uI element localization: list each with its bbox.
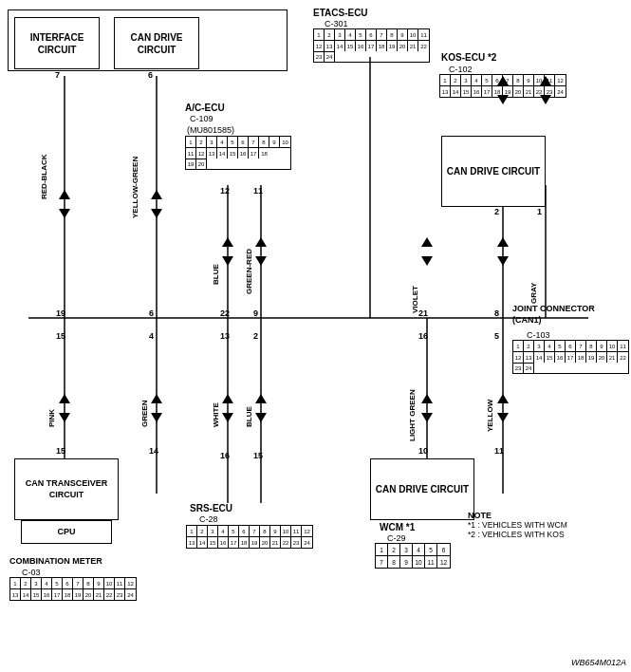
- num-11: 11: [494, 446, 504, 456]
- num-2-srs: 2: [253, 331, 258, 341]
- num-22: 22: [220, 308, 230, 318]
- ac-code: C-109: [190, 114, 213, 123]
- num-16-srs: 16: [220, 451, 230, 460]
- num-7: 7: [55, 70, 60, 80]
- kos-code: C-102: [449, 65, 473, 74]
- svg-marker-26: [59, 413, 70, 422]
- num-12: 12: [220, 186, 230, 196]
- note-section: NOTE *1 : VEHICLES WITH WCM *2 : VEHICLE…: [468, 511, 567, 539]
- num-6-top: 6: [148, 70, 153, 80]
- svg-marker-32: [255, 413, 267, 422]
- num-13: 13: [220, 331, 230, 341]
- svg-marker-18: [222, 256, 233, 266]
- num-8: 8: [494, 308, 499, 318]
- svg-marker-24: [497, 256, 509, 266]
- svg-marker-21: [255, 237, 267, 247]
- svg-marker-29: [151, 394, 162, 403]
- pink-label: PINK: [47, 361, 56, 427]
- svg-marker-37: [497, 394, 509, 403]
- diagram-container: ETACS-ECU C-301 1 2 3 4 5 6 7 8 9 10 11 …: [0, 0, 631, 672]
- svg-marker-16: [151, 209, 162, 218]
- yellow-label: YELLOW: [486, 361, 494, 432]
- green-label: GREEN: [140, 361, 149, 427]
- svg-marker-20: [255, 256, 267, 266]
- svg-marker-19: [222, 237, 233, 247]
- green-red-label: GREEN-RED: [245, 214, 253, 294]
- ac-ecu-label: A/C-ECU: [185, 103, 225, 113]
- light-green-label: LIGHT GREEN: [408, 361, 417, 441]
- wcm-code: C-29: [387, 533, 406, 543]
- num-4: 4: [149, 331, 154, 341]
- num-21: 21: [418, 308, 428, 318]
- srs-label: SRS-ECU: [190, 503, 232, 513]
- joint-label: JOINT CONNECTOR(CAN1): [512, 304, 595, 326]
- combo-connector: 1 2 3 4 5 6 7 8 9 10 11 12 13 14 15 16 1…: [9, 577, 137, 601]
- etacs-label: ETACS-ECU: [313, 8, 368, 18]
- joint-code: C-103: [527, 330, 550, 340]
- can-drive-right-box: CAN DRIVE CIRCUIT: [441, 136, 546, 207]
- svg-marker-15: [59, 190, 70, 199]
- blue2-label: BLUE: [245, 361, 253, 427]
- combo-code: C-03: [22, 568, 41, 577]
- srs-code: C-28: [199, 514, 218, 524]
- violet-label: VIOLET: [411, 228, 419, 313]
- num-11: 11: [253, 186, 263, 196]
- yellow-green-label: YELLOW-GREEN: [131, 104, 139, 218]
- svg-marker-28: [151, 413, 162, 422]
- svg-marker-30: [222, 413, 233, 422]
- svg-marker-33: [255, 394, 267, 403]
- white-label: WHITE: [212, 361, 220, 427]
- kos-connector: 1 2 3 4 5 6 7 8 9 10 11 12 13 14 15 16 1…: [439, 74, 566, 98]
- num-9: 9: [253, 308, 258, 318]
- etacs-connector: 1 2 3 4 5 6 7 8 9 10 11 12 13 14 15 16 1…: [313, 28, 430, 63]
- svg-marker-36: [497, 413, 509, 422]
- joint-connector: 1 2 3 4 5 6 7 8 9 10 11 12 13 14 15 16 1…: [512, 340, 629, 374]
- watermark: WB654M012A: [571, 658, 626, 667]
- svg-marker-22: [421, 256, 433, 266]
- wcm-label: WCM *1: [380, 522, 415, 532]
- gray-label: GRAY: [529, 228, 538, 304]
- svg-marker-23: [421, 237, 433, 247]
- num-15-srs: 15: [253, 451, 263, 460]
- blue-ac-label: BLUE: [212, 214, 220, 285]
- svg-marker-14: [59, 209, 70, 218]
- svg-marker-27: [59, 394, 70, 403]
- svg-marker-25: [497, 237, 509, 247]
- top-border-group: [8, 9, 288, 71]
- svg-marker-31: [222, 394, 233, 403]
- red-black-label: RED-BLACK: [40, 104, 48, 199]
- num-10: 10: [418, 446, 428, 456]
- wcm-connector: 1 2 3 4 5 6 7 8 9 10 11 12: [375, 543, 451, 569]
- svg-marker-35: [421, 394, 433, 403]
- note-wcm: *1 : VEHICLES WITH WCM: [468, 520, 567, 530]
- can-drive-bottom-box: CAN DRIVE CIRCUIT: [370, 458, 474, 520]
- combo-label: COMBINATION METER: [9, 556, 102, 566]
- etacs-code: C-301: [325, 19, 348, 28]
- num-2: 2: [494, 207, 499, 216]
- srs-connector: 1 2 3 4 5 6 7 8 9 10 11 12 13 14 15 16 1…: [186, 525, 313, 549]
- num-5: 5: [494, 331, 499, 341]
- kos-label: KOS-ECU *2: [441, 52, 496, 63]
- svg-marker-17: [151, 190, 162, 199]
- num-14: 14: [149, 446, 158, 456]
- note-kos: *2 : VEHICLES WITH KOS: [468, 530, 567, 539]
- num-15-left: 15: [56, 331, 65, 341]
- svg-marker-34: [421, 413, 433, 422]
- note-title: NOTE: [468, 511, 567, 520]
- ac-sub: (MU801585): [187, 125, 234, 135]
- num-15-can: 15: [56, 446, 65, 456]
- ac-connector: 1 2 3 4 5 6 7 8 9 10 11 12 13 14 15 16 1…: [185, 136, 291, 170]
- num-1: 1: [537, 207, 542, 216]
- num-19: 19: [56, 308, 65, 318]
- num-16: 16: [418, 331, 428, 341]
- cpu-box: CPU: [21, 520, 112, 544]
- can-transceiver-box: CAN TRANSCEIVER CIRCUIT: [14, 458, 119, 520]
- num-6-mid: 6: [149, 308, 154, 318]
